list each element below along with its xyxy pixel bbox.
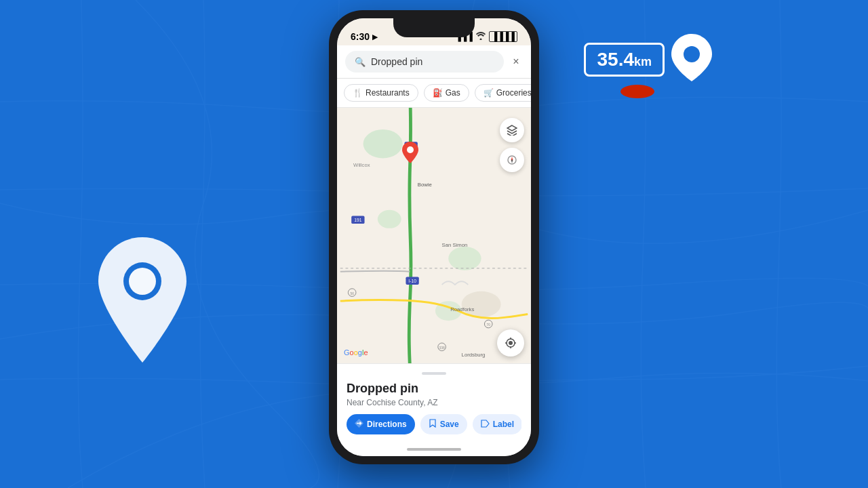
navigation-arrow-icon: ▶	[372, 33, 378, 41]
map-controls	[500, 118, 524, 172]
directions-button[interactable]: Directions	[347, 414, 415, 434]
location-button[interactable]	[497, 329, 524, 357]
svg-text:191: 191	[354, 218, 362, 222]
distance-value: 35.4km	[584, 43, 665, 77]
svg-rect-0	[88, 108, 197, 183]
phone-frame: 6:30 ▶ ▐▐▐ ▐▐▐▐ 🔍 Dropped pin ×	[329, 10, 539, 464]
place-subtitle: Near Cochise County, AZ	[347, 398, 521, 407]
badge-pin-icon	[671, 34, 712, 85]
search-text: Dropped pin	[371, 56, 422, 67]
groceries-icon: 🛒	[484, 88, 494, 98]
svg-point-38	[509, 341, 513, 345]
gas-icon: ⛽	[433, 88, 443, 98]
label-button[interactable]: Label	[473, 414, 521, 434]
svg-text:San Simon: San Simon	[442, 242, 468, 248]
svg-text:Lordsburg: Lordsburg	[462, 352, 486, 358]
svg-text:Roadforks: Roadforks	[450, 306, 474, 312]
search-input[interactable]: 🔍 Dropped pin	[345, 51, 504, 73]
save-button[interactable]: Save	[420, 414, 467, 434]
svg-rect-3	[651, 108, 760, 176]
svg-text:I-10: I-10	[408, 279, 416, 283]
phone-screen: 6:30 ▶ ▐▐▐ ▐▐▐▐ 🔍 Dropped pin ×	[337, 18, 531, 456]
google-logo: Google	[344, 348, 368, 357]
category-pill-groceries[interactable]: 🛒 Groceries	[475, 84, 531, 102]
battery-icon: ▐▐▐▐	[489, 31, 517, 42]
svg-point-12	[462, 291, 501, 318]
bottom-card: Dropped pin Near Cochise County, AZ Dire…	[337, 363, 531, 443]
wifi-icon	[476, 32, 486, 41]
home-bar	[407, 448, 461, 451]
svg-point-8	[363, 129, 403, 159]
phone-notch	[393, 18, 475, 37]
compass-button[interactable]	[500, 148, 524, 172]
home-indicator	[337, 443, 531, 456]
map-canvas: 191 160 I-10 90 Bowie San Simon Roadfork…	[337, 108, 531, 363]
svg-text:70: 70	[487, 323, 491, 327]
save-icon	[429, 419, 437, 430]
restaurant-icon: 🍴	[353, 88, 363, 98]
layers-button[interactable]	[500, 118, 524, 142]
svg-text:Willcox: Willcox	[353, 162, 370, 168]
label-icon	[481, 420, 490, 430]
decorative-pin-left	[88, 237, 197, 373]
directions-icon	[355, 419, 363, 430]
svg-text:338: 338	[439, 346, 445, 350]
svg-point-9	[378, 210, 401, 228]
status-time: 6:30 ▶	[351, 31, 378, 42]
svg-rect-1	[217, 197, 332, 278]
category-pill-gas[interactable]: ⛽ Gas	[424, 84, 469, 102]
svg-point-36	[407, 146, 414, 153]
map-area[interactable]: 191 160 I-10 90 Bowie San Simon Roadfork…	[337, 108, 531, 363]
drag-handle	[422, 372, 446, 375]
svg-text:Bowie: Bowie	[418, 182, 432, 188]
place-title: Dropped pin	[347, 382, 521, 396]
record-indicator	[620, 85, 654, 98]
search-icon: 🔍	[355, 57, 366, 67]
distance-badge: 35.4km	[584, 34, 712, 85]
svg-point-10	[448, 247, 481, 270]
action-buttons: Directions Save La	[347, 414, 521, 437]
search-bar[interactable]: 🔍 Dropped pin ×	[337, 45, 531, 79]
dropped-pin-marker	[402, 142, 418, 166]
category-bar: 🍴 Restaurants ⛽ Gas 🛒 Groceries ☕ Coffee	[337, 79, 531, 108]
svg-point-5	[129, 268, 156, 295]
category-pill-restaurants[interactable]: 🍴 Restaurants	[344, 84, 418, 102]
svg-text:56: 56	[350, 292, 354, 296]
svg-point-6	[684, 46, 700, 62]
close-button[interactable]: ×	[509, 55, 523, 68]
